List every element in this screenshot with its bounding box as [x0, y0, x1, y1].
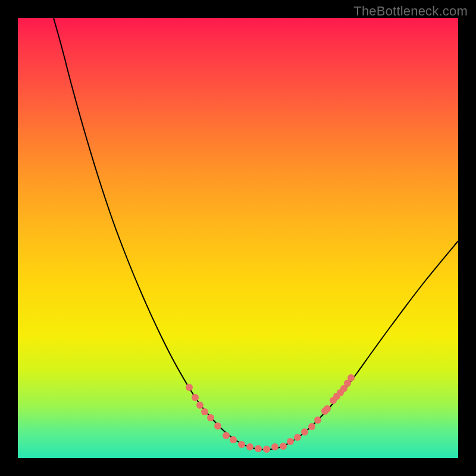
highlight-dot [314, 416, 321, 424]
highlight-dot [207, 414, 214, 421]
highlight-dot [246, 443, 253, 450]
highlight-dot [230, 436, 237, 443]
highlight-dot [186, 384, 193, 391]
highlight-dots-group [186, 374, 355, 453]
highlight-dot [201, 408, 208, 415]
highlight-dot [214, 422, 221, 430]
highlight-dot [223, 432, 230, 439]
highlight-dot [196, 402, 203, 409]
watermark-text: TheBottleneck.com [353, 4, 468, 19]
highlight-dot [294, 434, 301, 441]
highlight-dot [347, 374, 355, 381]
highlight-dot [263, 446, 270, 453]
highlight-dot [255, 445, 262, 452]
chart-svg [18, 18, 458, 458]
bottleneck-curve [54, 18, 458, 450]
chart-plot-area [18, 18, 458, 458]
highlight-dot [192, 394, 199, 401]
highlight-dot [301, 428, 308, 436]
highlight-dot [238, 441, 245, 448]
highlight-dot [324, 405, 331, 412]
highlight-dot [271, 443, 278, 450]
highlight-dot [287, 438, 294, 445]
highlight-dot [308, 423, 315, 430]
highlight-dot [280, 443, 287, 450]
